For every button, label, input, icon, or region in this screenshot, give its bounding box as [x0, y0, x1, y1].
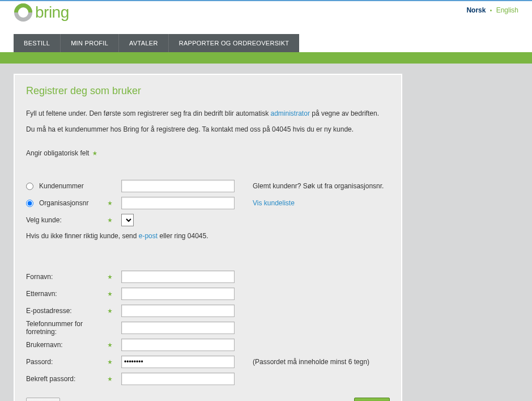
row-epost: E-postadresse: [26, 302, 390, 319]
row-fornavn: Fornavn: [26, 268, 390, 285]
intro-line-2: Du må ha et kundenummer hos Bring for å … [26, 125, 390, 133]
password-hint: (Passordet må inneholde minst 6 tegn) [247, 358, 369, 366]
language-switcher: Norsk • English [466, 3, 518, 14]
label-etternavn: Etternavn: [26, 290, 57, 298]
intro-line-1: Fyll ut feltene under. Den første som re… [26, 109, 390, 117]
label-kundenummer: Kundenummer [39, 182, 84, 190]
input-brukernavn[interactable] [121, 339, 235, 351]
row-velg-kunde: Velg kunde: [26, 212, 390, 229]
star-icon [108, 360, 112, 364]
nav-bestill[interactable]: BESTILL [14, 34, 61, 52]
accent-bar [0, 52, 532, 64]
page-title: Registrer deg som bruker [26, 85, 390, 97]
mandatory-text: Angir obligatorisk felt [26, 149, 89, 157]
help-a: Hvis du ikke finner riktig kunde, send [26, 232, 139, 240]
mandatory-note: Angir obligatorisk felt [26, 149, 390, 157]
label-epost: E-postadresse: [26, 307, 72, 315]
star-icon [108, 343, 112, 347]
logo-text: bring [35, 3, 69, 22]
row-telefon: Telefonnummer for forretning: [26, 319, 390, 336]
help-b: eller ring 04045. [158, 232, 208, 240]
input-etternavn[interactable] [121, 288, 235, 300]
star-icon [108, 377, 112, 381]
label-telefon: Telefonnummer for forretning: [26, 320, 114, 336]
row-kundenummer: Kundenummer Glemt kundenr? Søk ut fra or… [26, 178, 390, 195]
radio-organisasjonsnr[interactable] [26, 200, 33, 207]
row-passord: Passord: (Passordet må inneholde minst 6… [26, 353, 390, 370]
logo-icon [14, 3, 33, 22]
nav-avtaler[interactable]: AVTALER [119, 34, 169, 52]
label-passord: Passord: [26, 358, 53, 366]
row-bekreft-passord: Bekreft passord: [26, 370, 390, 387]
row-organisasjonsnr: Organisasjonsnr Vis kundeliste [26, 195, 390, 212]
lang-separator: • [488, 7, 495, 14]
registration-form: Registrer deg som bruker Fyll ut feltene… [14, 74, 402, 401]
input-passord[interactable] [121, 356, 235, 368]
input-organisasjonsnr[interactable] [121, 197, 235, 209]
label-velg-kunde: Velg kunde: [26, 216, 62, 224]
send-button[interactable]: Send [354, 398, 390, 401]
administrator-link[interactable]: administrator [271, 109, 310, 117]
cancel-button[interactable]: Avbryt [26, 398, 60, 401]
svg-point-1 [18, 7, 28, 18]
radio-kundenummer[interactable] [26, 183, 33, 190]
epost-link[interactable]: e-post [139, 232, 158, 240]
help-line: Hvis du ikke finner riktig kunde, send e… [26, 232, 390, 240]
header: bring Norsk • English [0, 1, 532, 34]
intro1-a: Fyll ut feltene under. Den første som re… [26, 109, 271, 117]
input-bekreft-passord[interactable] [121, 373, 235, 385]
lang-other[interactable]: English [496, 6, 518, 14]
content-area: Registrer deg som bruker Fyll ut feltene… [0, 64, 532, 401]
row-etternavn: Etternavn: [26, 285, 390, 302]
star-icon [108, 275, 112, 279]
row-brukernavn: Brukernavn: [26, 336, 390, 353]
star-icon [108, 309, 112, 313]
label-organisasjonsnr: Organisasjonsnr [39, 199, 88, 207]
vis-kundeliste-link[interactable]: Vis kundeliste [253, 199, 295, 207]
star-icon [108, 201, 112, 205]
input-telefon[interactable] [121, 322, 235, 334]
input-epost[interactable] [121, 305, 235, 317]
star-icon [108, 292, 112, 296]
label-fornavn: Fornavn: [26, 273, 53, 281]
main-nav: BESTILL MIN PROFIL AVTALER RAPPORTER OG … [0, 34, 532, 52]
select-kunde[interactable] [121, 214, 134, 226]
label-bekreft-passord: Bekreft passord: [26, 375, 75, 383]
forgot-kundenr-text: Glemt kundenr? Søk ut fra organisasjonsn… [247, 182, 384, 190]
input-kundenummer[interactable] [121, 180, 235, 192]
nav-min-profil[interactable]: MIN PROFIL [61, 34, 119, 52]
logo[interactable]: bring [14, 3, 69, 22]
label-brukernavn: Brukernavn: [26, 341, 63, 349]
star-icon [92, 151, 97, 155]
intro1-b: på vegne av bedriften. [310, 109, 379, 117]
lang-active[interactable]: Norsk [466, 6, 486, 14]
button-row: Avbryt Send [26, 398, 390, 401]
input-fornavn[interactable] [121, 271, 235, 283]
nav-rapporter[interactable]: RAPPORTER OG ORDREOVERSIKT [169, 34, 300, 52]
star-icon [108, 218, 112, 222]
